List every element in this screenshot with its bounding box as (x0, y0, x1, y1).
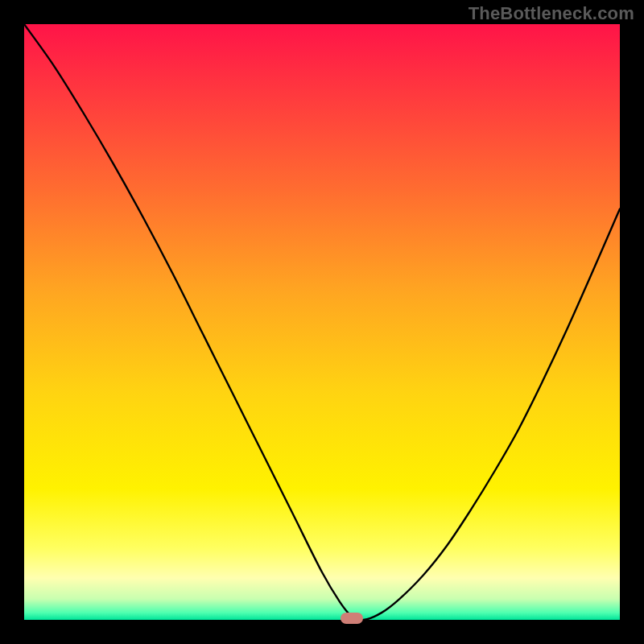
chart-frame: TheBottleneck.com (0, 0, 644, 644)
bottleneck-chart (24, 24, 620, 620)
watermark-text: TheBottleneck.com (469, 3, 634, 24)
optimal-point-marker (341, 613, 363, 624)
gradient-background (24, 24, 620, 620)
